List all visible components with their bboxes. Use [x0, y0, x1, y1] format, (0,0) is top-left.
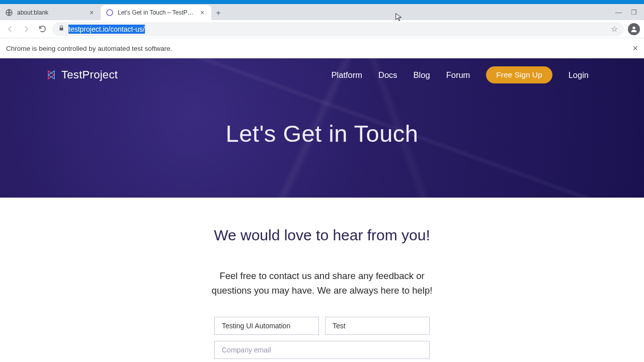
nav-docs[interactable]: Docs [378, 70, 397, 80]
nav-blog[interactable]: Blog [414, 70, 430, 80]
tab-title: about:blank [17, 9, 84, 16]
forward-button[interactable] [20, 23, 32, 35]
nav-forum[interactable]: Forum [446, 70, 470, 80]
contact-content: We would love to hear from you! Feel fre… [0, 198, 644, 362]
logo-text: TestProject [61, 68, 118, 81]
reload-button[interactable] [36, 23, 48, 35]
nav-login[interactable]: Login [569, 70, 589, 80]
tab-about-blank[interactable]: about:blank × [0, 5, 101, 20]
profile-avatar[interactable] [628, 23, 640, 35]
address-bar[interactable]: testproject.io/contact-us/ ☆ [52, 22, 624, 36]
site-logo[interactable]: TestProject [45, 68, 118, 81]
close-icon[interactable]: × [88, 9, 96, 17]
nav-links: Platform Docs Blog Forum Free Sign Up Lo… [332, 66, 589, 83]
signup-button[interactable]: Free Sign Up [486, 66, 552, 83]
infobar-text: Chrome is being controlled by automated … [6, 45, 172, 52]
lastname-field[interactable] [325, 317, 430, 335]
name-field[interactable] [214, 317, 319, 335]
hero-section: TestProject Platform Docs Blog Forum Fre… [0, 58, 644, 198]
maximize-icon[interactable]: ❐ [631, 9, 637, 16]
svg-point-2 [632, 26, 635, 29]
url-text: testproject.io/contact-us/ [68, 25, 607, 33]
email-field[interactable] [214, 341, 430, 359]
automation-infobar: Chrome is being controlled by automated … [0, 38, 644, 58]
site-nav: TestProject Platform Docs Blog Forum Fre… [0, 58, 644, 92]
content-heading: We would love to hear from you! [0, 227, 644, 244]
back-button[interactable] [4, 23, 16, 35]
content-subtext: Feel free to contact us and share any fe… [0, 269, 644, 298]
tab-title: Let's Get in Touch – TestProject [118, 9, 194, 16]
minimize-icon[interactable]: — [615, 9, 622, 16]
tab-testproject[interactable]: Let's Get in Touch – TestProject × [101, 5, 211, 20]
bookmark-star-icon[interactable]: ☆ [611, 24, 618, 34]
nav-platform[interactable]: Platform [332, 70, 362, 80]
new-tab-button[interactable]: + [211, 6, 225, 20]
browser-tabs-row: about:blank × Let's Get in Touch – TestP… [0, 4, 644, 20]
lock-icon [58, 25, 64, 33]
window-controls: — ❐ [615, 4, 644, 20]
hero-title: Let's Get in Touch [0, 120, 644, 147]
svg-point-1 [107, 10, 113, 16]
window-titlebar [0, 0, 644, 4]
testproject-icon [106, 9, 114, 17]
address-bar-row: testproject.io/contact-us/ ☆ [0, 20, 644, 38]
contact-form [214, 317, 430, 362]
close-icon[interactable]: × [632, 43, 638, 54]
close-icon[interactable]: × [198, 9, 206, 17]
globe-icon [5, 9, 13, 17]
